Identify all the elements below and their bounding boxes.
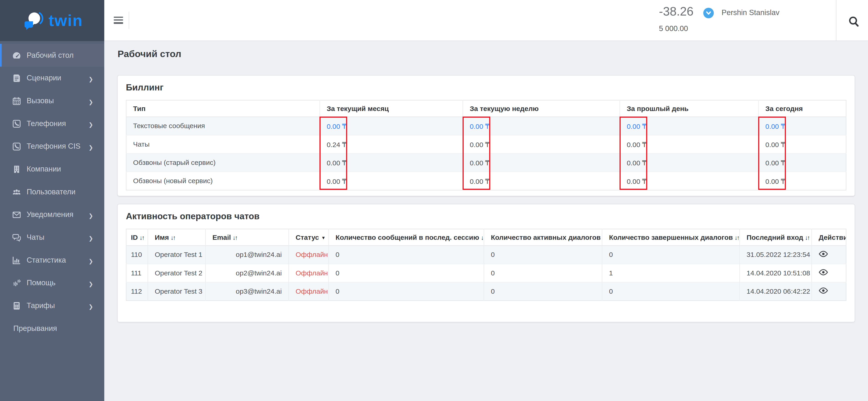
operators-col-email[interactable]: Email xyxy=(206,229,289,246)
billing-row-calls-old: Обзвоны (старый сервис) 0.00 ₸ 0.00 ₸ 0.… xyxy=(126,153,846,172)
sidebar-item-interruptions[interactable]: Прерывания xyxy=(0,317,104,340)
sidebar-item-users[interactable]: Пользователи xyxy=(0,180,104,203)
billing-value: 0.00 ₸ xyxy=(463,153,620,172)
sort-icon xyxy=(733,233,739,241)
billing-value: 0.00 ₸ xyxy=(320,172,463,190)
billing-row-calls-new: Обзвоны (новый сервис) 0.00 ₸ 0.00 ₸ 0.0… xyxy=(126,172,846,190)
billing-table: Тип За текущий месяц За текущую неделю З… xyxy=(126,100,846,191)
sidebar-item-help[interactable]: Помощь xyxy=(0,271,104,294)
operators-col-finished-dialogs[interactable]: Количество завершенных диалогов xyxy=(602,229,740,246)
operator-email: op2@twin24.ai xyxy=(206,264,289,282)
gears-icon xyxy=(12,278,22,288)
operator-email: op3@twin24.ai xyxy=(206,282,289,300)
operator-id: 112 xyxy=(126,282,148,300)
operator-row: 112 Operator Test 3 op3@twin24.ai Оффлай… xyxy=(126,282,846,300)
chevron-right-icon xyxy=(89,210,93,220)
operators-col-messages[interactable]: Количество сообщений в послед. сессию xyxy=(329,229,484,246)
operator-messages: 0 xyxy=(329,264,484,282)
balance-amount: -38.26 xyxy=(659,4,694,19)
chevron-right-icon xyxy=(89,278,93,288)
calculator-icon xyxy=(12,300,22,311)
billing-value-link[interactable]: 0.00 ₸ xyxy=(620,117,758,135)
sidebar-item-calls[interactable]: Вызовы xyxy=(0,89,104,112)
bar-chart-icon xyxy=(12,255,22,265)
view-operator-button[interactable] xyxy=(819,268,828,277)
sidebar-item-companies[interactable]: Компании xyxy=(0,157,104,180)
search-button[interactable] xyxy=(846,14,861,28)
search-icon xyxy=(848,15,859,27)
chevron-down-icon xyxy=(706,10,712,16)
billing-header-row: Тип За текущий месяц За текущую неделю З… xyxy=(126,100,846,117)
sidebar-item-telephony-cis[interactable]: Телефония CIS xyxy=(0,135,104,158)
operator-last-login: 31.05.2022 12:23:54 xyxy=(740,246,812,264)
sidebar-item-telephony[interactable]: Телефония xyxy=(0,112,104,135)
operators-col-id[interactable]: ID xyxy=(126,229,148,246)
chevron-right-icon xyxy=(89,73,93,83)
brand-logo-text: twin xyxy=(49,11,83,30)
sort-icon xyxy=(138,233,144,241)
topbar: -38.26 Pershin Stanislav 5 000.00 xyxy=(104,0,868,41)
sidebar-item-notifications[interactable]: Уведомления xyxy=(0,203,104,226)
billing-value: 0.00 ₸ xyxy=(620,172,758,190)
operator-name: Operator Test 2 xyxy=(148,264,206,282)
billing-type-cell: Чаты xyxy=(126,135,320,153)
billing-value: 0.00 ₸ xyxy=(758,135,846,153)
operator-id: 111 xyxy=(126,264,148,282)
building-icon xyxy=(12,164,22,174)
twin-logo-icon xyxy=(22,10,45,31)
operator-row: 111 Operator Test 2 op2@twin24.ai Оффлай… xyxy=(126,264,846,282)
sort-icon xyxy=(803,233,809,241)
billing-value: 0.00 ₸ xyxy=(758,172,846,190)
calendar-icon xyxy=(12,96,22,106)
view-operator-button[interactable] xyxy=(819,249,828,258)
chevron-right-icon xyxy=(89,232,93,242)
operators-header-row: ID Имя Email Статус Количество сообщений… xyxy=(126,229,846,246)
envelope-icon xyxy=(12,210,22,220)
hamburger-menu-icon[interactable] xyxy=(114,17,123,24)
sidebar-item-label: Статистика xyxy=(27,256,66,264)
billing-value: 0.00 ₸ xyxy=(320,153,463,172)
sidebar-item-chats[interactable]: Чаты xyxy=(0,226,104,249)
sidebar-item-statistics[interactable]: Статистика xyxy=(0,249,104,271)
users-icon xyxy=(12,187,22,197)
sidebar-item-label: Вызовы xyxy=(27,96,54,105)
sort-icon xyxy=(169,233,175,241)
operator-email: op1@twin24.ai xyxy=(206,246,289,264)
eye-icon xyxy=(819,286,828,295)
sidebar-item-tariffs[interactable]: Тарифы xyxy=(0,294,104,317)
dashboard-gauge-icon xyxy=(12,50,22,60)
view-operator-button[interactable] xyxy=(819,286,828,295)
chevron-right-icon xyxy=(89,255,93,265)
operator-finished-dialogs: 1 xyxy=(602,264,740,282)
chevron-right-icon xyxy=(89,118,93,128)
billing-col-type: Тип xyxy=(126,100,320,117)
sidebar-item-dashboard[interactable]: Рабочий стол xyxy=(0,44,104,67)
balance-secondary: 5 000.00 xyxy=(659,24,688,33)
operators-col-last-login[interactable]: Последний вход xyxy=(740,229,812,246)
operator-id: 110 xyxy=(126,246,148,264)
operator-active-dialogs: 0 xyxy=(484,282,602,300)
operators-col-active-dialogs[interactable]: Количество активных диалогов xyxy=(484,229,602,246)
billing-value: 0.00 ₸ xyxy=(758,153,846,172)
sort-icon xyxy=(231,233,237,241)
billing-value-link[interactable]: 0.00 ₸ xyxy=(320,117,463,135)
billing-row-text-messages: Текстовые сообщения 0.00 ₸ 0.00 ₸ 0.00 ₸… xyxy=(126,117,846,135)
billing-title: Биллинг xyxy=(126,82,846,93)
operators-col-status[interactable]: Статус xyxy=(289,229,329,246)
billing-card: Биллинг Тип За текущий месяц За текущую … xyxy=(118,76,855,196)
billing-value-link[interactable]: 0.00 ₸ xyxy=(463,117,620,135)
sidebar-item-label: Уведомления xyxy=(27,210,73,219)
app: twin Рабочий стол Сценарии Вызовы xyxy=(0,0,868,401)
operator-last-login: 14.04.2020 10:51:08 xyxy=(740,264,812,282)
user-name: Pershin Stanislav xyxy=(721,8,779,17)
sidebar-item-label: Пользователи xyxy=(27,188,75,196)
chat-bubbles-icon xyxy=(12,232,22,242)
operator-status: Оффлайн xyxy=(289,282,329,300)
operator-messages: 0 xyxy=(329,246,484,264)
sidebar-item-label: Прерывания xyxy=(13,324,57,333)
operators-col-name[interactable]: Имя xyxy=(148,229,206,246)
main-content: Рабочий стол Биллинг Тип За текущий меся… xyxy=(104,41,868,401)
billing-value-link[interactable]: 0.00 ₸ xyxy=(758,117,846,135)
balance-dropdown-button[interactable] xyxy=(703,8,714,18)
sidebar-item-scenarios[interactable]: Сценарии xyxy=(0,67,104,89)
